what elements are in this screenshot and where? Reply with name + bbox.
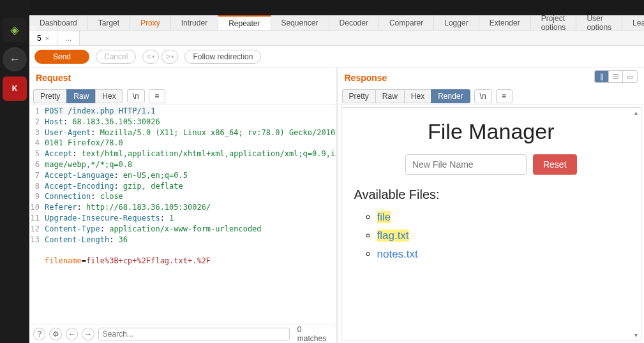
layout-rows-icon[interactable]: ☰ bbox=[609, 71, 623, 82]
request-panel: Request Pretty Raw Hex \n ≡ 1 2 3 4 5 6 … bbox=[29, 68, 338, 343]
response-view-raw[interactable]: Raw bbox=[375, 89, 404, 103]
request-title: Request bbox=[29, 68, 336, 88]
tab-sequencer[interactable]: Sequencer bbox=[271, 15, 329, 30]
tab-decoder[interactable]: Decoder bbox=[329, 15, 379, 30]
tab-user-options[interactable]: User options bbox=[576, 15, 622, 30]
file-link[interactable]: notes.txt bbox=[377, 248, 418, 260]
os-app-vm-icon[interactable]: ◈W bbox=[3, 18, 27, 42]
repeater-tab-label: 5 bbox=[37, 34, 41, 43]
request-view-tabs: Pretty Raw Hex \n ≡ bbox=[29, 88, 336, 105]
scroll-up-icon[interactable]: ▴ bbox=[632, 109, 640, 116]
tab-project-options[interactable]: Project options bbox=[531, 15, 577, 30]
gear-icon[interactable]: ⚙ bbox=[49, 328, 61, 340]
request-search-row: ? ⚙ ← → 0 matches bbox=[29, 324, 336, 343]
file-list-item: flag.txt bbox=[377, 227, 629, 245]
scroll-down-icon[interactable]: ▾ bbox=[632, 332, 640, 339]
response-panel: ∥ ☰ ▭ Response Pretty Raw Hex Render \n … bbox=[338, 68, 645, 343]
file-list-item: notes.txt bbox=[377, 245, 629, 264]
new-file-name-input[interactable] bbox=[405, 154, 527, 175]
repeater-sub-tabs: 5 × ... bbox=[29, 31, 644, 46]
repeater-tab-add[interactable]: ... bbox=[57, 31, 80, 45]
request-editor[interactable]: 1 2 3 4 5 6 7 8 9 10 11 12 13 POST /inde… bbox=[29, 105, 336, 324]
close-icon[interactable]: × bbox=[45, 34, 49, 42]
tab-learn[interactable]: Learn bbox=[622, 15, 644, 30]
reset-button[interactable]: Reset bbox=[533, 154, 577, 175]
follow-redirection-button[interactable]: Follow redirection bbox=[184, 50, 261, 64]
request-view-raw[interactable]: Raw bbox=[66, 89, 95, 103]
tab-target[interactable]: Target bbox=[88, 15, 130, 30]
file-list: file flag.txt notes.txt bbox=[354, 208, 629, 264]
request-view-newline[interactable]: \n bbox=[127, 89, 145, 103]
os-top-bar: File bbox=[0, 0, 644, 15]
tab-dashboard[interactable]: Dashboard bbox=[29, 15, 88, 30]
tab-intruder[interactable]: Intruder bbox=[171, 15, 218, 30]
response-view-tabs: Pretty Raw Hex Render \n ≡ bbox=[338, 88, 645, 105]
available-files-heading: Available Files: bbox=[354, 187, 629, 202]
content-row: Request Pretty Raw Hex \n ≡ 1 2 3 4 5 6 … bbox=[29, 68, 644, 343]
request-view-hex[interactable]: Hex bbox=[95, 89, 123, 103]
send-button[interactable]: Send bbox=[34, 50, 89, 64]
response-view-hex[interactable]: Hex bbox=[404, 89, 431, 103]
tab-extender[interactable]: Extender bbox=[479, 15, 531, 30]
request-view-menu[interactable]: ≡ bbox=[149, 89, 165, 103]
layout-columns-icon[interactable]: ∥ bbox=[595, 71, 609, 82]
request-view-pretty[interactable]: Pretty bbox=[33, 89, 66, 103]
os-back-button[interactable]: ← bbox=[3, 47, 27, 71]
response-view-pretty[interactable]: Pretty bbox=[342, 89, 375, 103]
render-area[interactable]: ▴ File Manager Reset Available Files: fi… bbox=[341, 107, 642, 340]
file-link[interactable]: file bbox=[377, 211, 391, 223]
repeater-toolbar: Send Cancel < ▾ > ▾ Follow redirection bbox=[29, 46, 644, 68]
burp-window: Burp Project Intruder Repeater Window He… bbox=[29, 0, 644, 343]
cancel-button[interactable]: Cancel bbox=[96, 50, 136, 64]
response-view-menu[interactable]: ≡ bbox=[496, 89, 513, 103]
search-input[interactable] bbox=[98, 328, 290, 340]
search-prev-button[interactable]: ← bbox=[66, 328, 78, 340]
tab-comparer[interactable]: Comparer bbox=[379, 15, 434, 30]
os-left-sidebar: ◈W ← K bbox=[0, 0, 29, 343]
line-gutter: 1 2 3 4 5 6 7 8 9 10 11 12 13 bbox=[29, 105, 42, 245]
response-view-newline[interactable]: \n bbox=[474, 89, 492, 103]
file-list-item: file bbox=[377, 208, 629, 227]
file-link[interactable]: flag.txt bbox=[377, 230, 409, 242]
history-back-button[interactable]: < ▾ bbox=[142, 50, 159, 64]
tab-repeater[interactable]: Repeater bbox=[218, 15, 271, 30]
tab-logger[interactable]: Logger bbox=[434, 15, 479, 30]
layout-toggle-group: ∥ ☰ ▭ bbox=[594, 70, 638, 83]
search-matches: 0 matches bbox=[297, 325, 332, 343]
tool-tabs: Dashboard Target Proxy Intruder Repeater… bbox=[29, 15, 644, 31]
search-next-button[interactable]: → bbox=[82, 328, 94, 340]
response-view-render[interactable]: Render bbox=[431, 89, 470, 103]
help-icon[interactable]: ? bbox=[33, 328, 45, 340]
layout-single-icon[interactable]: ▭ bbox=[623, 71, 637, 82]
history-forward-button[interactable]: > ▾ bbox=[161, 50, 178, 64]
os-app-k-icon[interactable]: K bbox=[3, 77, 27, 101]
page-title: File Manager bbox=[354, 119, 629, 144]
tab-proxy[interactable]: Proxy bbox=[130, 15, 171, 30]
request-code[interactable]: POST /index.php HTTP/1.1 Host: 68.183.36… bbox=[29, 105, 336, 266]
